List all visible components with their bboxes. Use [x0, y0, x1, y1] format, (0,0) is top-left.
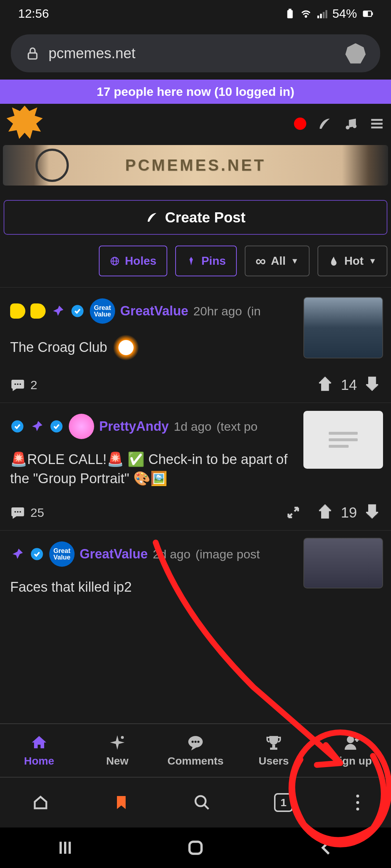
filter-row: Holes Pins ∞ All ▼ Hot ▼	[0, 246, 391, 276]
brave-lion-icon[interactable]	[345, 43, 366, 64]
browser-url-bar[interactable]: pcmemes.net	[11, 34, 380, 72]
svg-point-12	[353, 124, 357, 128]
all-filter-button[interactable]: ∞ All ▼	[245, 246, 310, 276]
svg-rect-9	[372, 12, 373, 15]
svg-point-32	[194, 741, 197, 743]
comment-count[interactable]: 25	[10, 505, 44, 520]
post-title[interactable]: The Croag Club	[10, 335, 293, 361]
pin-icon	[10, 547, 25, 561]
post-item[interactable]: Great Value GreatValue 2d ago (image pos…	[0, 530, 391, 622]
svg-rect-10	[28, 53, 37, 59]
svg-rect-40	[189, 842, 201, 854]
feather-icon[interactable]	[317, 116, 332, 131]
user-plus-icon	[343, 734, 361, 751]
hamburger-menu-icon[interactable]	[369, 116, 384, 131]
upvote-button[interactable]: 🡅	[317, 375, 334, 395]
holes-filter-button[interactable]: Holes	[99, 246, 167, 276]
avatar[interactable]	[69, 414, 94, 439]
url-text: pcmemes.net	[49, 45, 337, 61]
post-footer: 2 🡅 14 🡇	[10, 375, 381, 395]
signal-icon	[316, 8, 327, 19]
infinity-icon: ∞	[256, 253, 266, 269]
svg-point-29	[121, 736, 124, 739]
announce-bar[interactable]: 17 people here now (10 logged in)	[0, 80, 391, 104]
post-author[interactable]: GreatValue	[120, 303, 188, 319]
svg-line-36	[204, 805, 209, 809]
battery-icon	[362, 8, 373, 19]
post-thumbnail[interactable]	[303, 538, 383, 588]
comment-icon	[10, 377, 25, 392]
browser-home-icon[interactable]	[32, 794, 49, 811]
holes-label: Holes	[125, 254, 156, 268]
tab-new[interactable]: New	[78, 724, 156, 777]
create-post-button[interactable]: Create Post	[4, 200, 387, 235]
verified-icon	[10, 419, 25, 434]
post-category: (in	[247, 304, 261, 318]
recents-button[interactable]	[56, 839, 74, 857]
search-icon[interactable]	[193, 794, 211, 811]
tab-signup[interactable]: Sign up	[313, 724, 391, 777]
sparkle-icon	[109, 734, 126, 751]
tabs-button[interactable]: 1	[274, 793, 293, 812]
svg-rect-1	[289, 9, 291, 10]
trophy-icon	[265, 734, 282, 751]
live-indicator-icon[interactable]	[294, 118, 306, 130]
downvote-button[interactable]: 🡇	[364, 375, 381, 395]
post-title[interactable]: Faces that killed ip2	[10, 578, 293, 597]
expand-icon[interactable]	[286, 505, 300, 520]
svg-rect-5	[323, 12, 324, 18]
site-top-nav	[0, 104, 391, 144]
battery-saver-icon	[285, 8, 295, 19]
create-post-label: Create Post	[165, 209, 245, 226]
post-author[interactable]: GreatValue	[80, 546, 148, 562]
svg-rect-6	[325, 10, 327, 18]
tab-users[interactable]: Users	[235, 724, 313, 777]
post-item[interactable]: Great Value GreatValue 20hr ago (in The …	[0, 287, 391, 403]
music-icon[interactable]	[343, 116, 358, 131]
upvote-button[interactable]: 🡅	[317, 503, 334, 522]
home-button[interactable]	[186, 839, 205, 857]
tab-home[interactable]: Home	[0, 724, 78, 777]
site-bottom-tabs: Home New Comments Users Sign up	[0, 723, 391, 778]
svg-rect-8	[363, 11, 368, 16]
post-category: (image post	[196, 547, 260, 561]
post-thumbnail[interactable]	[303, 411, 383, 469]
verified-icon	[49, 419, 64, 434]
battery-percent: 54%	[332, 7, 357, 21]
svg-point-20	[14, 383, 16, 385]
svg-point-25	[14, 511, 16, 513]
post-title[interactable]: 🚨ROLE CALL!🚨 ✅ Check-in to be apart of t…	[10, 450, 293, 488]
site-banner[interactable]: PCMEMES.NET	[3, 145, 388, 186]
tab-comments[interactable]: Comments	[156, 724, 235, 777]
downvote-button[interactable]: 🡇	[364, 503, 381, 522]
lock-icon	[25, 46, 40, 61]
svg-rect-3	[317, 16, 319, 18]
post-item[interactable]: PrettyAndy 1d ago (text po 🚨ROLE CALL!🚨 …	[0, 403, 391, 530]
fire-icon	[328, 256, 339, 267]
post-author[interactable]: PrettyAndy	[99, 419, 169, 434]
hot-filter-button[interactable]: Hot ▼	[318, 246, 387, 276]
pins-filter-button[interactable]: Pins	[175, 246, 237, 276]
site-logo[interactable]	[7, 106, 43, 142]
back-button[interactable]	[317, 839, 335, 857]
post-thumbnail[interactable]	[303, 297, 383, 358]
chevron-down-icon: ▼	[369, 256, 377, 266]
status-bar: 12:56 54%	[0, 0, 391, 27]
post-time: 20hr ago	[193, 304, 242, 318]
cat-sticker-icon	[113, 335, 139, 361]
globe-icon	[110, 256, 120, 266]
comment-count[interactable]: 2	[10, 377, 37, 392]
pin-icon	[30, 419, 44, 434]
verified-icon	[30, 547, 44, 561]
all-label: All	[271, 254, 286, 268]
avatar[interactable]: Great Value	[49, 541, 75, 567]
avatar[interactable]: Great Value	[90, 298, 115, 324]
more-menu-icon[interactable]	[356, 795, 359, 810]
chevron-down-icon: ▼	[291, 256, 299, 266]
comment-icon	[187, 734, 204, 751]
svg-point-31	[192, 741, 194, 743]
bookmark-icon[interactable]	[113, 794, 130, 811]
svg-point-2	[305, 16, 307, 17]
svg-point-35	[196, 796, 206, 806]
pin-icon	[186, 256, 196, 266]
